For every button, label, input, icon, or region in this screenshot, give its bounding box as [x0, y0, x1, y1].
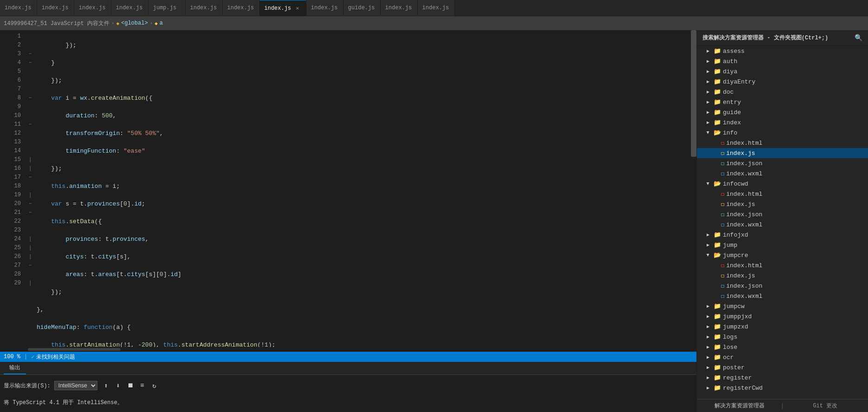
file-info-json[interactable]: ◻ index.json: [697, 158, 868, 168]
folder-logs[interactable]: ▶ 📁 logs: [697, 332, 868, 342]
file-info-html[interactable]: ◻ index.html: [697, 138, 868, 148]
tab-2[interactable]: index.js: [74, 0, 111, 16]
code-line-1: });: [35, 41, 691, 50]
fold-28[interactable]: [26, 270, 35, 279]
folder-jump[interactable]: ▶ 📁 jump: [697, 240, 868, 250]
fold-22[interactable]: [26, 217, 35, 226]
folder-register[interactable]: ▶ 📁 register: [697, 373, 868, 383]
tree-container[interactable]: ▶ 📁 assess ▶ 📁 auth ▶ 📁 diya ▶ 📁 diyaEnt…: [697, 46, 868, 399]
breadcrumb-scope[interactable]: <global>: [121, 20, 148, 26]
tab-8[interactable]: index.js: [306, 0, 344, 16]
folder-icon-jumpcre: 📂: [714, 251, 721, 259]
folder-infocwd[interactable]: ▶ 📂 infocwd: [697, 179, 868, 189]
tab-10[interactable]: index.js: [381, 0, 418, 16]
folder-index[interactable]: ▶ 📁 index: [697, 117, 868, 128]
folder-jumppjxd[interactable]: ▶ 📁 jumppjxd: [697, 311, 868, 322]
folder-jumpcre[interactable]: ▶ 📂 jumpcre: [697, 250, 868, 260]
file-infocwd-wxml[interactable]: ◻ index.wxml: [697, 219, 868, 230]
fold-25[interactable]: │: [26, 244, 35, 252]
folder-ocr[interactable]: ▶ 📁 ocr: [697, 352, 868, 362]
folder-lose[interactable]: ▶ 📁 lose: [697, 342, 868, 352]
h-scrollbar[interactable]: [0, 347, 696, 352]
file-jumpcre-json[interactable]: ◻ index.json: [697, 281, 868, 291]
tab-7[interactable]: index.js ✕: [260, 0, 306, 16]
folder-diya[interactable]: ▶ 📁 diya: [697, 66, 868, 77]
file-info-js[interactable]: ◻ index.js: [697, 148, 868, 158]
fold-9[interactable]: [26, 103, 35, 111]
folder-infojxd[interactable]: ▶ 📁 infojxd: [697, 230, 868, 240]
folder-entry[interactable]: ▶ 📁 entry: [697, 97, 868, 107]
file-infocwd-js[interactable]: ◻ index.js: [697, 199, 868, 209]
fold-6[interactable]: [26, 76, 35, 85]
ln-17: 17: [0, 173, 21, 182]
fold-19[interactable]: │: [26, 191, 35, 200]
tab-1[interactable]: index.js: [37, 0, 74, 16]
fold-1[interactable]: [26, 32, 35, 41]
settings-icon[interactable]: ≡: [137, 380, 147, 391]
tab-11[interactable]: index.js: [418, 0, 455, 16]
file-info-wxml[interactable]: ◻ index.wxml: [697, 168, 868, 179]
fold-7[interactable]: [26, 85, 35, 94]
fold-5[interactable]: [26, 67, 35, 76]
fold-16[interactable]: │: [26, 164, 35, 173]
fold-21[interactable]: −: [26, 208, 35, 217]
file-jumpcre-html[interactable]: ◻ index.html: [697, 260, 868, 270]
fold-10[interactable]: [26, 111, 35, 120]
code-line-15: });: [35, 288, 691, 296]
tab-0[interactable]: index.js: [0, 0, 37, 16]
folder-jumpzxd[interactable]: ▶ 📁 jumpzxd: [697, 322, 868, 332]
folder-jumpcw[interactable]: ▶ 📁 jumpcw: [697, 301, 868, 311]
fold-13[interactable]: [26, 138, 35, 147]
fold-11[interactable]: −: [26, 120, 35, 129]
tab-9[interactable]: guide.js: [344, 0, 381, 16]
stop-icon[interactable]: ⏹: [125, 380, 135, 391]
folder-registercwd[interactable]: ▶ 📁 registerCwd: [697, 383, 868, 393]
fold-2[interactable]: [26, 41, 35, 50]
fold-26[interactable]: │: [26, 252, 35, 261]
folder-assess[interactable]: ▶ 📁 assess: [697, 46, 868, 56]
folder-info[interactable]: ▶ 📂 info: [697, 128, 868, 138]
file-jumpcre-js[interactable]: ◻ index.js: [697, 270, 868, 281]
tab-4[interactable]: jump.js: [148, 0, 185, 16]
fold-18[interactable]: [26, 182, 35, 191]
sidebar-solution-explorer-tab[interactable]: 解决方案资源管理器: [701, 402, 779, 410]
folder-doc[interactable]: ▶ 📁 doc: [697, 87, 868, 97]
fold-4[interactable]: −: [26, 58, 35, 67]
editor-scrollbar[interactable]: [691, 30, 696, 347]
source-select[interactable]: IntelliSense: [54, 381, 97, 390]
fold-17[interactable]: −: [26, 173, 35, 182]
tab-7-close-icon[interactable]: ✕: [294, 5, 301, 12]
fold-3[interactable]: −: [26, 50, 35, 58]
folder-diyaentry[interactable]: ▶ 📁 diyaEntry: [697, 77, 868, 87]
file-jumpcre-wxml[interactable]: ◻ index.wxml: [697, 291, 868, 301]
ln-3: 3: [0, 50, 21, 58]
editor-scrollbar-thumb[interactable]: [691, 30, 696, 157]
fold-8[interactable]: −: [26, 94, 35, 103]
sidebar-git-tab[interactable]: Git 更改: [786, 402, 864, 410]
file-infocwd-html[interactable]: ◻ index.html: [697, 189, 868, 199]
tab-3[interactable]: index.js: [111, 0, 148, 16]
folder-guide[interactable]: ▶ 📁 guide: [697, 107, 868, 117]
output-tab[interactable]: 输出: [4, 362, 26, 374]
breadcrumb-var[interactable]: a: [160, 20, 163, 26]
bottom-icons: ⬆ ⬇ ⏹ ≡ ↻: [101, 380, 160, 391]
file-infocwd-json[interactable]: ◻ index.json: [697, 209, 868, 219]
fold-24[interactable]: │: [26, 235, 35, 244]
tab-6[interactable]: index.js: [223, 0, 260, 16]
code-editor[interactable]: }); } }); var i = wx.createAnimation({ d…: [35, 30, 691, 347]
fold-27[interactable]: −: [26, 261, 35, 270]
fold-20[interactable]: −: [26, 200, 35, 208]
fold-14[interactable]: [26, 147, 35, 155]
fold-15[interactable]: │: [26, 155, 35, 164]
fold-23[interactable]: [26, 226, 35, 235]
refresh-icon[interactable]: ↻: [149, 380, 160, 391]
clear-icon[interactable]: ⬆: [101, 380, 111, 391]
fold-29[interactable]: │: [26, 279, 35, 288]
folder-auth[interactable]: ▶ 📁 auth: [697, 56, 868, 66]
h-scrollbar-thumb[interactable]: [28, 348, 121, 351]
sidebar-search-icon[interactable]: 🔍: [855, 34, 862, 42]
folder-poster[interactable]: ▶ 📁 poster: [697, 362, 868, 373]
down-icon[interactable]: ⬇: [113, 380, 123, 391]
fold-12[interactable]: [26, 129, 35, 138]
tab-5[interactable]: index.js: [185, 0, 223, 16]
